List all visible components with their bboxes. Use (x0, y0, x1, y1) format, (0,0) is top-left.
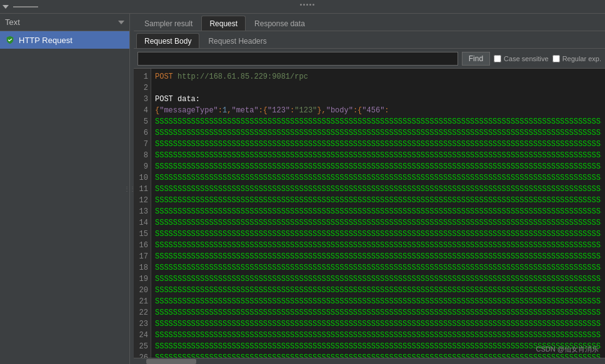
regex-checkbox[interactable] (552, 55, 560, 62)
find-button[interactable]: Find (462, 52, 490, 66)
triangle-icon (2, 5, 9, 9)
code-line: SSSSSSSSSSSSSSSSSSSSSSSSSSSSSSSSSSSSSSSS… (155, 285, 601, 296)
bottom-scrollbar[interactable] (134, 358, 605, 364)
line-number: 14 (136, 217, 148, 229)
line-number: 9 (136, 161, 148, 172)
code-line: SSSSSSSSSSSSSSSSSSSSSSSSSSSSSSSSSSSSSSSS… (155, 251, 601, 262)
code-line: SSSSSSSSSSSSSSSSSSSSSSSSSSSSSSSSSSSSSSSS… (155, 318, 601, 330)
dropdown-arrow-icon[interactable] (118, 21, 124, 24)
code-line: SSSSSSSSSSSSSSSSSSSSSSSSSSSSSSSSSSSSSSSS… (155, 262, 601, 273)
line-number: 10 (136, 172, 148, 184)
line-number: 22 (136, 307, 148, 318)
code-line: SSSSSSSSSSSSSSSSSSSSSSSSSSSSSSSSSSSSSSSS… (155, 116, 601, 127)
top-bar (0, 0, 605, 14)
line-number: 24 (136, 330, 148, 341)
code-line: SSSSSSSSSSSSSSSSSSSSSSSSSSSSSSSSSSSSSSSS… (155, 150, 601, 161)
code-line: SSSSSSSSSSSSSSSSSSSSSSSSSSSSSSSSSSSSSSSS… (155, 184, 601, 195)
code-line: {"messageType":1,"meta":{"123":"123"},"b… (155, 105, 601, 116)
code-line (155, 82, 601, 94)
code-line: SSSSSSSSSSSSSSSSSSSSSSSSSSSSSSSSSSSSSSSS… (155, 217, 601, 229)
line-number: 18 (136, 262, 148, 273)
main-content: Text HTTP Request ⋮⋮⋮ Sampler result Req… (0, 14, 605, 364)
code-line: SSSSSSSSSSSSSSSSSSSSSSSSSSSSSSSSSSSSSSSS… (155, 206, 601, 217)
tab-response-data[interactable]: Response data (246, 16, 313, 31)
separator-line (13, 6, 38, 7)
line-number: 13 (136, 206, 148, 217)
line-number: 7 (136, 139, 148, 150)
sidebar-http-request-item[interactable]: HTTP Request (0, 31, 129, 49)
code-line: POST http://168.61.85.229:9081/rpc (155, 71, 601, 82)
tab-request[interactable]: Request (201, 16, 246, 31)
tab-sampler-result[interactable]: Sampler result (136, 16, 201, 31)
code-line: SSSSSSSSSSSSSSSSSSSSSSSSSSSSSSSSSSSSSSSS… (155, 161, 601, 172)
line-number: 12 (136, 195, 148, 206)
code-line: SSSSSSSSSSSSSSSSSSSSSSSSSSSSSSSSSSSSSSSS… (155, 296, 601, 307)
case-sensitive-group: Case sensitive (494, 55, 549, 62)
code-line: SSSSSSSSSSSSSSSSSSSSSSSSSSSSSSSSSSSSSSSS… (155, 172, 601, 184)
line-number: 26 (136, 352, 148, 358)
code-line: SSSSSSSSSSSSSSSSSSSSSSSSSSSSSSSSSSSSSSSS… (155, 307, 601, 318)
regex-label: Regular exp. (562, 55, 601, 62)
code-line: SSSSSSSSSSSSSSSSSSSSSSSSSSSSSSSSSSSSSSSS… (155, 330, 601, 341)
line-number: 8 (136, 150, 148, 161)
line-number: 16 (136, 240, 148, 251)
search-input[interactable] (138, 52, 458, 66)
tab-bar-2: Request Body Request Headers (134, 31, 605, 49)
line-number: 15 (136, 229, 148, 240)
case-sensitive-label: Case sensitive (504, 55, 549, 62)
code-line: SSSSSSSSSSSSSSSSSSSSSSSSSSSSSSSSSSSSSSSS… (155, 195, 601, 206)
line-numbers: 1234567891011121314151617181920212223242… (134, 69, 151, 358)
regex-group: Regular exp. (552, 55, 601, 62)
line-number: 6 (136, 127, 148, 139)
case-sensitive-checkbox[interactable] (494, 55, 501, 62)
scrollbar-thumb[interactable] (146, 359, 196, 364)
code-content[interactable]: POST http://168.61.85.229:9081/rpc POST … (151, 69, 605, 358)
top-bar-icons (2, 5, 38, 9)
tab-bar-1: Sampler result Request Response data (134, 14, 605, 31)
line-number: 17 (136, 251, 148, 262)
line-number: 23 (136, 318, 148, 330)
line-number: 21 (136, 296, 148, 307)
code-area: 1234567891011121314151617181920212223242… (134, 69, 605, 358)
code-line: SSSSSSSSSSSSSSSSSSSSSSSSSSSSSSSSSSSSSSSS… (155, 341, 601, 352)
shield-icon (5, 35, 15, 45)
sidebar-item-label: HTTP Request (19, 36, 72, 45)
sidebar-header-label: Text (5, 17, 20, 27)
line-number: 11 (136, 184, 148, 195)
line-number: 5 (136, 116, 148, 127)
line-number: 3 (136, 94, 148, 105)
drag-handle[interactable] (300, 4, 314, 6)
sidebar: Text HTTP Request (0, 14, 130, 364)
tab-request-headers[interactable]: Request Headers (200, 33, 274, 48)
line-number: 25 (136, 341, 148, 352)
search-bar: Find Case sensitive Regular exp. (134, 49, 605, 69)
code-line: SSSSSSSSSSSSSSSSSSSSSSSSSSSSSSSSSSSSSSSS… (155, 229, 601, 240)
code-line: POST data: (155, 94, 601, 105)
code-line: SSSSSSSSSSSSSSSSSSSSSSSSSSSSSSSSSSSSSSSS… (155, 127, 601, 139)
line-number: 1 (136, 71, 148, 82)
sidebar-header: Text (0, 14, 129, 31)
right-panel: Sampler result Request Response data Req… (134, 14, 605, 364)
line-number: 20 (136, 285, 148, 296)
code-line: SSSSSSSSSSSSSSSSSSSSSSSSSSSSSSSSSSSSSSSS… (155, 352, 601, 358)
code-line: SSSSSSSSSSSSSSSSSSSSSSSSSSSSSSSSSSSSSSSS… (155, 139, 601, 150)
code-line: SSSSSSSSSSSSSSSSSSSSSSSSSSSSSSSSSSSSSSSS… (155, 240, 601, 251)
line-number: 2 (136, 82, 148, 94)
tab-request-body[interactable]: Request Body (136, 33, 199, 48)
line-number: 4 (136, 105, 148, 116)
line-number: 19 (136, 273, 148, 285)
code-line: SSSSSSSSSSSSSSSSSSSSSSSSSSSSSSSSSSSSSSSS… (155, 273, 601, 285)
